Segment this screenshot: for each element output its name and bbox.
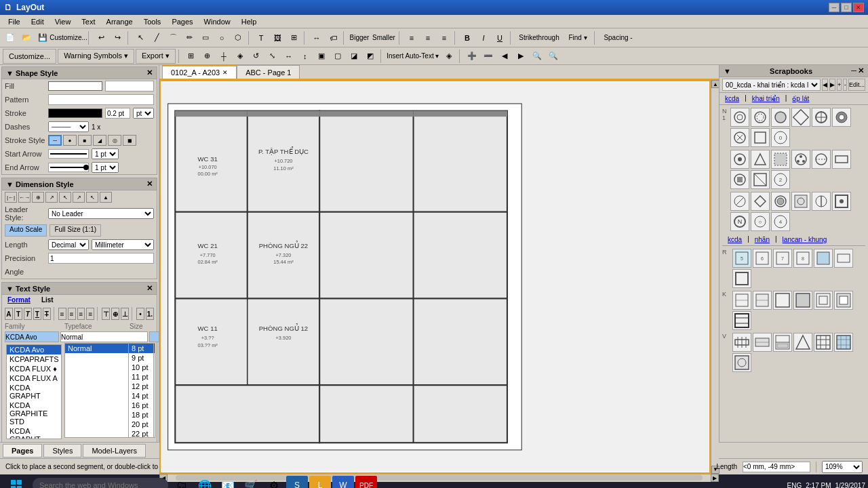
flip-h[interactable]: ↔ — [281, 49, 296, 64]
sc-tab-kcda2[interactable]: kcda — [725, 235, 745, 244]
sc-item-r6[interactable] — [834, 249, 853, 268]
size-12[interactable]: 12 pt — [129, 382, 153, 391]
dim-btn-6[interactable]: ↗ — [73, 192, 85, 203]
start-arrow-preview[interactable] — [48, 149, 89, 159]
sc-item-31[interactable] — [730, 192, 749, 211]
menu-view[interactable]: View — [50, 16, 77, 27]
document-tab-close[interactable]: ✕ — [222, 69, 228, 76]
save-button[interactable]: 💾 — [35, 30, 50, 45]
sc-item-27[interactable] — [730, 170, 749, 189]
find-button[interactable]: Find ▾ — [564, 30, 591, 45]
sc-item-3[interactable] — [771, 108, 790, 127]
sc-item-r4[interactable]: 8 — [793, 249, 812, 268]
document-tab[interactable]: 0102_A - A203 ✕ — [162, 65, 237, 79]
typeface-input[interactable] — [60, 331, 148, 342]
stroke-width-input[interactable] — [105, 108, 130, 119]
sc-tab-op-lat[interactable]: ốp lát — [789, 94, 812, 103]
taskbar-word[interactable]: W — [332, 476, 354, 488]
label-tool[interactable]: 🏷 — [326, 30, 340, 45]
sc-item-r1[interactable]: 5 — [732, 249, 751, 268]
sc-item-k1[interactable] — [732, 291, 751, 310]
list-tab[interactable]: List — [39, 296, 56, 304]
add-page[interactable]: ➕ — [465, 49, 479, 64]
leader-select[interactable]: No Leader — [48, 208, 154, 219]
dim-btn-3[interactable]: ⊕ — [32, 192, 44, 203]
shape-style-close[interactable]: ✕ — [146, 68, 153, 77]
zoom-out[interactable]: 🔍 — [546, 49, 561, 64]
scrapbooks-collapse[interactable]: ─ — [851, 66, 856, 75]
dim-btn-4[interactable]: ↗ — [45, 192, 58, 203]
sc-item-2[interactable] — [751, 108, 770, 127]
insert-button[interactable]: Customize... — [52, 30, 85, 45]
object-snap[interactable]: ◈ — [233, 49, 248, 64]
styles-tab[interactable]: Styles — [43, 444, 81, 458]
font-item-grapht2[interactable]: KCDA GRAPHT. — [7, 426, 61, 439]
sc-item-21[interactable] — [730, 150, 749, 169]
size-10[interactable]: 10 pt — [129, 363, 153, 372]
scrapbook-select[interactable]: 00_kcda - khai triển : kcda l — [722, 79, 821, 91]
spacing-button[interactable]: Spacing - — [599, 30, 637, 45]
sc-item-k2[interactable] — [753, 291, 772, 310]
sc-item-23[interactable] — [771, 150, 790, 169]
stroke-unit-select[interactable]: pt — [133, 108, 154, 119]
number-button[interactable]: 1. — [146, 308, 154, 320]
canvas[interactable]: WC 31 +10.070 00.00 m² P. TẬP THỂ DỤC +1… — [159, 80, 711, 474]
sc-item-28[interactable] — [751, 170, 770, 189]
auto-text2[interactable]: ◈ — [441, 49, 456, 64]
sc-item-24[interactable] — [791, 150, 810, 169]
stroke-style-round2[interactable]: ◎ — [108, 135, 121, 146]
sc-item-4[interactable] — [791, 108, 810, 127]
auto-scale-button[interactable]: Auto Scale — [5, 224, 47, 237]
stroke-style-round[interactable]: ● — [63, 135, 77, 146]
dimension-style-close[interactable]: ✕ — [146, 180, 153, 188]
sc-tab-khai-trien[interactable]: khai triển — [749, 94, 783, 103]
sc-tab-nhan[interactable]: nhãn — [752, 235, 772, 244]
size-22[interactable]: 22 pt — [129, 429, 153, 438]
sc-item-1[interactable] — [730, 108, 749, 127]
close-button[interactable]: ✕ — [853, 3, 864, 12]
page-tab[interactable]: ABC - Page 1 — [237, 65, 300, 79]
sc-item-26[interactable] — [832, 150, 851, 169]
align-right-button[interactable]: ≡ — [77, 308, 85, 320]
font-item-grapht[interactable]: KCDA GRAPHT — [7, 383, 61, 401]
sc-item-v6[interactable] — [834, 333, 853, 352]
pointer-tool[interactable]: ↖ — [133, 30, 148, 45]
taskbar-edge[interactable]: 🌐 — [194, 476, 216, 488]
align-center[interactable]: ≡ — [420, 30, 435, 45]
sc-item-35[interactable] — [812, 192, 831, 211]
font-item-fluxa[interactable]: KCDA FLUX A — [7, 373, 61, 383]
dim-btn-5[interactable]: ↖ — [59, 192, 71, 203]
stroke-color-swatch[interactable] — [48, 108, 102, 118]
taskbar-explorer[interactable]: 🗂 — [171, 476, 193, 488]
rotate-tool[interactable]: ↺ — [249, 49, 264, 64]
menu-window[interactable]: Window — [199, 16, 236, 27]
dim-btn-7[interactable]: ↖ — [86, 192, 98, 203]
taskbar-store[interactable]: 🛒 — [240, 476, 262, 488]
sc-item-33[interactable] — [771, 192, 790, 211]
circle-tool[interactable]: ○ — [214, 30, 229, 45]
undo-button[interactable]: ↩ — [94, 30, 108, 45]
align-right[interactable]: ≡ — [437, 30, 452, 45]
sc-tab-lancan-khung[interactable]: lancan - khung — [780, 235, 830, 244]
fill-color-input[interactable] — [105, 81, 154, 92]
menu-pages[interactable]: Pages — [166, 16, 198, 27]
stroke-style-bevel[interactable]: ◼ — [123, 135, 136, 146]
customize-button[interactable]: Customize... — [3, 49, 56, 64]
dimension-tool[interactable]: ↔ — [309, 30, 324, 45]
zoom-in[interactable]: 🔍 — [530, 49, 545, 64]
sc-item-25[interactable] — [812, 150, 831, 169]
font-item-kcda-avo[interactable]: KCDA Avo — [7, 345, 61, 354]
new-button[interactable]: 📄 — [3, 30, 18, 45]
underline-button[interactable]: U — [492, 30, 507, 45]
sc-item-32[interactable] — [751, 192, 770, 211]
stroke-style-miter[interactable]: ◢ — [93, 135, 106, 146]
vertical-scrollbar[interactable]: ▲ ▼ — [711, 80, 719, 474]
image-tool[interactable]: 🖼 — [270, 30, 285, 45]
sc-item-k5[interactable] — [814, 291, 833, 310]
back-button[interactable]: ◩ — [363, 49, 378, 64]
sc-item-6[interactable] — [832, 108, 851, 127]
sc-item-39[interactable]: 4 — [771, 212, 790, 231]
ungroup-button[interactable]: ▢ — [330, 49, 345, 64]
menu-file[interactable]: File — [3, 16, 26, 27]
polygon-tool[interactable]: ⬡ — [231, 30, 245, 45]
